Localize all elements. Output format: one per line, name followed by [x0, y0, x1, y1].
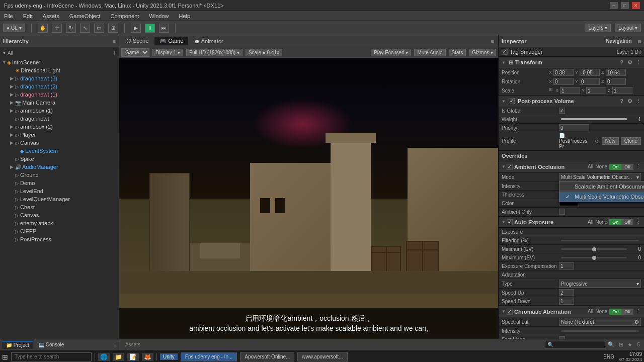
priority-input[interactable] [559, 124, 589, 131]
menu-window[interactable]: Window [147, 13, 171, 19]
taskbar-unity[interactable]: Unity [160, 353, 178, 360]
display-select[interactable]: Display 1 ▾ [152, 49, 183, 56]
scale-y-input[interactable] [586, 87, 606, 94]
inspector-options-icon[interactable]: ≡ [638, 38, 641, 44]
taskbar-search-input[interactable] [11, 352, 92, 361]
menu-gameobject[interactable]: GameObject [67, 13, 103, 19]
taskbar-apowersoft[interactable]: Apowersoft Online... [240, 352, 294, 361]
ae-minimum-slider[interactable] [561, 248, 627, 250]
hand-tool[interactable]: ✋ [38, 24, 48, 33]
pause-button[interactable]: ⏸ [145, 24, 155, 33]
hierarchy-item-dragon3[interactable]: ▶ ▷ dragonnewt (3) [0, 74, 119, 82]
ae-maximum-slider[interactable] [561, 257, 627, 258]
stats-btn[interactable]: Stats [449, 49, 466, 56]
all-scenes-icon[interactable]: ▼ [2, 50, 7, 55]
ao-ambient-only-checkbox[interactable] [559, 209, 565, 215]
ae-speed-up-input[interactable] [559, 289, 574, 296]
clone-profile-button[interactable]: Clone [621, 137, 641, 145]
pos-x-input[interactable] [553, 69, 574, 76]
ca-active-toggle[interactable]: ✓ [507, 309, 513, 315]
ae-compensation-input[interactable] [559, 262, 574, 269]
rot-y-input[interactable] [580, 78, 600, 85]
layers-button[interactable]: Layers ▾ [585, 24, 611, 32]
scale-z-input[interactable] [612, 87, 632, 94]
ao-active-toggle[interactable]: ✓ [507, 164, 513, 170]
hierarchy-item-ammobox2[interactable]: ▶ ▷ ammobox (2) [0, 123, 119, 131]
menu-assets[interactable]: Assets [41, 13, 61, 19]
close-button[interactable]: ✕ [632, 2, 640, 9]
step-button[interactable]: ⏭ [159, 24, 169, 33]
pp-dots-icon[interactable]: ⋮ [635, 98, 641, 105]
scale-x-input[interactable] [560, 87, 580, 94]
hierarchy-item-audiomanager[interactable]: ▶ 🔊 AudioManager [0, 163, 119, 171]
ca-spectral-icon[interactable]: ⚙ [634, 319, 639, 325]
menu-help[interactable]: Help [177, 13, 192, 19]
transform-settings-icon[interactable]: ⚙ [627, 59, 632, 66]
ae-toggle-on[interactable]: On [609, 219, 621, 225]
hierarchy-item-dragon2[interactable]: ▶ ▷ dragonnewt (2) [0, 82, 119, 90]
ca-toggle-off[interactable]: Off [621, 309, 633, 315]
taskbar-firefox[interactable]: 🦊 [142, 353, 153, 361]
minimize-button[interactable]: ─ [610, 2, 618, 9]
mute-audio-btn[interactable]: Mute Audio [414, 49, 445, 56]
maximize-button[interactable]: □ [621, 2, 629, 9]
auto-exposure-header[interactable]: ▼ ✓ Auto Exposure All None On Off ⋮ [499, 217, 644, 228]
transform-help-icon[interactable]: ? [620, 59, 623, 65]
tab-scene[interactable]: ⬡ Scene [121, 37, 153, 45]
hierarchy-item-levelend[interactable]: ▶ ▷ LevelEnd [0, 187, 119, 195]
move-tool[interactable]: ✛ [52, 24, 62, 33]
add-hierarchy-icon[interactable]: + [113, 49, 117, 57]
hierarchy-item-ground[interactable]: ▶ ▷ Ground [0, 171, 119, 179]
dropdown-item-multiscale[interactable]: ✓ Multi Scale Volumetric Obscurance [559, 192, 644, 202]
scale-tool[interactable]: ⤡ [80, 24, 90, 33]
ca-dots-icon[interactable]: ⋮ [635, 308, 641, 315]
game-display-select[interactable]: Game [121, 48, 149, 57]
hierarchy-item-canvas[interactable]: ▶ ▷ Canvas [0, 139, 119, 147]
rotate-tool[interactable]: ↻ [66, 24, 76, 33]
is-global-checkbox[interactable]: ✓ [559, 108, 565, 114]
tab-game[interactable]: 🎮 Game [154, 37, 188, 45]
hierarchy-item-player[interactable]: ▶ ▷ Player [0, 131, 119, 139]
menu-edit[interactable]: Edit [21, 13, 35, 19]
taskbar-explorer[interactable]: 📁 [113, 353, 124, 361]
rot-x-input[interactable] [553, 78, 574, 85]
new-profile-button[interactable]: New [602, 137, 619, 145]
multi-tool[interactable]: ⊞ [108, 24, 118, 33]
hierarchy-item-scene[interactable]: ▼ ◈ IntroScene* [0, 58, 119, 66]
postprocess-header[interactable]: ▼ ✓ Post-process Volume ? ⚙ ⋮ [499, 96, 644, 107]
rect-tool[interactable]: ▭ [94, 24, 104, 33]
hierarchy-item-canvas2[interactable]: ▶ ▷ Canvas [0, 211, 119, 219]
scale-select[interactable]: Scale ● 0.41x [246, 49, 282, 56]
hierarchy-item-spike[interactable]: ▶ ▷ Spike [0, 155, 119, 163]
rot-z-input[interactable] [606, 78, 626, 85]
hierarchy-item-main-camera[interactable]: ▶ 📷 Main Camera [0, 99, 119, 107]
ca-intensity-slider[interactable] [561, 330, 639, 332]
hierarchy-item-postprocess[interactable]: ▶ ▷ PostProcess [0, 235, 119, 243]
ae-speed-down-input[interactable] [559, 298, 574, 305]
ao-toggle-on[interactable]: On [609, 164, 621, 170]
hierarchy-item-enemy-attack[interactable]: ▶ ▷ enemy attack [0, 219, 119, 227]
pp-active-toggle[interactable]: ✓ [509, 98, 515, 104]
assets-icon3[interactable]: ★ [626, 341, 634, 348]
hierarchy-item-chest[interactable]: ▶ ▷ Chest [0, 203, 119, 211]
scale-lock-icon[interactable]: ⊞ [549, 87, 553, 94]
active-toggle[interactable]: ✓ [502, 49, 508, 55]
navigation-tab[interactable]: Navigation [606, 38, 631, 44]
hierarchy-item-dragonnewt[interactable]: ▶ ▷ dragonnewt [0, 115, 119, 123]
tab-project[interactable]: 📁 Project [2, 341, 33, 349]
hierarchy-item-levelquestmanager[interactable]: ▶ ▷ LevelQuestManager [0, 195, 119, 203]
ambient-occlusion-header[interactable]: ▼ ✓ Ambient Occlusion All None On Off ⋮ [499, 161, 644, 172]
assets-search-input[interactable] [545, 341, 605, 349]
ae-type-select[interactable]: Progressive ▾ [559, 280, 641, 288]
ao-toggle-off[interactable]: Off [621, 164, 633, 170]
assets-icon1[interactable]: 🔍 [606, 341, 616, 348]
transform-dots-icon[interactable]: ⋮ [635, 59, 641, 66]
taskbar-chrome[interactable]: 🌐 [98, 353, 110, 361]
ao-mode-dropdown[interactable]: Multi Scale Volumetric Obscur... ▾ [559, 173, 641, 181]
dropdown-item-scalable[interactable]: Scalable Ambient Obscurance [559, 182, 644, 192]
windows-start-icon[interactable]: ⊞ [2, 353, 8, 361]
hierarchy-item-ammobox1[interactable]: ▶ ▷ ammobox (1) [0, 107, 119, 115]
tab-console[interactable]: 💻 Console [34, 341, 68, 348]
chromatic-header[interactable]: ▼ ✓ Chromatic Aberration All None On Off… [499, 306, 644, 317]
weight-slider[interactable] [561, 118, 627, 120]
